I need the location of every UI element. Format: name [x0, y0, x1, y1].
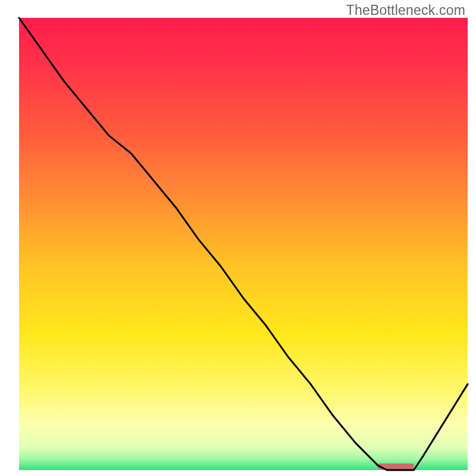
bottleneck-chart [0, 0, 476, 476]
plot-background [19, 18, 468, 470]
chart-frame: TheBottleneck.com [0, 0, 476, 476]
watermark-label: TheBottleneck.com [346, 2, 465, 18]
